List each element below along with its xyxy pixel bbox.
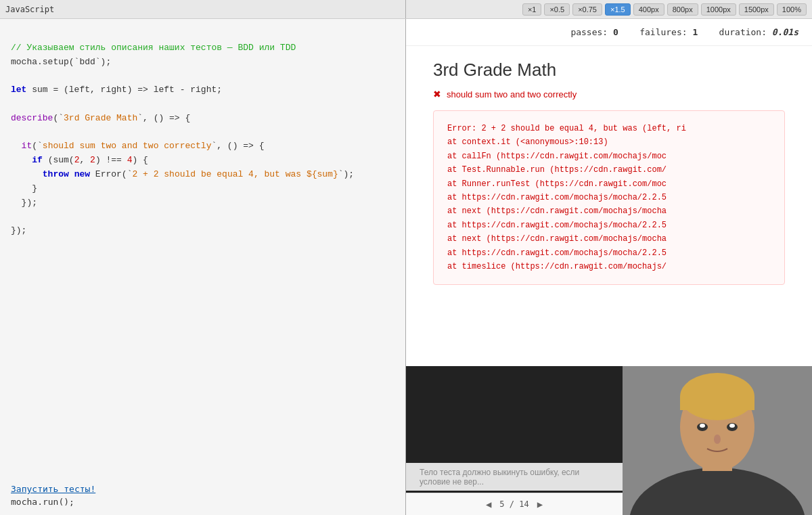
code-comment-1: // Указываем стиль описания наших тестов…: [11, 43, 296, 53]
code-line-4: let sum = (left, right) => left - right;: [11, 85, 222, 95]
test-case-label: should sum two and two correctly: [447, 89, 577, 99]
results-content: 3rd Grade Math ✖ should sum two and two …: [406, 46, 812, 366]
duration-label: duration:: [719, 27, 767, 37]
top-bar: JavaScript ×1 ×0.5 ×0.75 ×1.5 400px 800p…: [0, 0, 812, 19]
failures-label: failures:: [639, 27, 687, 37]
slide-total: 14: [519, 499, 528, 509]
zoom-controls: ×1 ×0.5 ×0.75 ×1.5 400px 800px 1000px 15…: [406, 0, 812, 18]
results-stats: passes: 0 failures: 1 duration: 0.01s: [406, 19, 812, 46]
hint-text: Тело теста должно выкинуть ошибку, если …: [420, 468, 579, 487]
results-panel: passes: 0 failures: 1 duration: 0.01s 3r…: [406, 19, 812, 515]
passes-count: 0: [613, 27, 618, 37]
code-line-10: throw new Error(`2 + 2 should be equal 4…: [11, 169, 354, 179]
zoom-100pct[interactable]: 100%: [777, 3, 807, 16]
error-line-8: at next (https://cdn.rawgit.com/mochajs/…: [447, 232, 771, 246]
nav-prev-button[interactable]: ◀: [486, 499, 491, 510]
error-line-1: at context.it (<anonymous>:10:13): [447, 135, 771, 149]
code-line-9: if (sum(2, 2) !== 4) {: [11, 155, 148, 165]
run-tests-link[interactable]: Запустить тесты!: [11, 484, 394, 494]
code-panel: // Указываем стиль описания наших тестов…: [0, 19, 406, 515]
slide-current: 5: [499, 499, 504, 509]
zoom-x15[interactable]: ×1.5: [605, 3, 631, 16]
hint-bar: Тело теста должно выкинуть ошибку, если …: [406, 463, 623, 491]
error-line-10: at timeslice (https://cdn.rawgit.com/moc…: [447, 260, 771, 273]
error-box: Error: 2 + 2 should be equal 4, but was …: [433, 110, 785, 285]
test-case: ✖ should sum two and two correctly: [433, 89, 785, 99]
code-line-8: it(`should sum two and two correctly`, (…: [11, 141, 264, 151]
code-line-14: });: [11, 225, 26, 236]
run-command: mocha.run();: [11, 497, 394, 507]
svg-rect-5: [680, 397, 754, 410]
zoom-800px[interactable]: 800px: [667, 3, 698, 16]
error-line-6: at next (https://cdn.rawgit.com/mochajs/…: [447, 204, 771, 218]
code-line-11: }: [11, 183, 37, 194]
code-editor[interactable]: // Указываем стиль описания наших тестов…: [0, 19, 405, 476]
error-line-5: at https://cdn.rawgit.com/mochajs/mocha/…: [447, 191, 771, 204]
svg-point-8: [700, 424, 705, 428]
zoom-x05[interactable]: ×0.5: [544, 3, 570, 16]
error-line-0: Error: 2 + 2 should be equal 4, but was …: [447, 122, 771, 135]
language-name: JavaScript: [5, 5, 54, 14]
video-area: Тело теста должно выкинуть ошибку, если …: [406, 366, 812, 515]
duration-value: 0.01s: [772, 27, 798, 37]
error-line-7: at https://cdn.rawgit.com/mochajs/mocha/…: [447, 219, 771, 232]
error-line-3: at Test.Runnable.run (https://cdn.rawgit…: [447, 163, 771, 177]
zoom-400px[interactable]: 400px: [633, 3, 664, 16]
error-line-2: at callFn (https://cdn.rawgit.com/mochaj…: [447, 150, 771, 163]
bottom-nav: ◀ 5 / 14 ▶: [406, 493, 623, 515]
zoom-1000px[interactable]: 1000px: [701, 3, 736, 16]
person-svg: [623, 366, 812, 515]
zoom-x075[interactable]: ×0.75: [572, 3, 602, 16]
slide-counter: 5 / 14: [499, 499, 528, 509]
suite-title: 3rd Grade Math: [433, 60, 785, 81]
code-line-12: });: [11, 198, 37, 208]
svg-point-9: [729, 424, 735, 428]
error-line-9: at https://cdn.rawgit.com/mochajs/mocha/…: [447, 246, 771, 260]
language-label: JavaScript: [0, 0, 406, 18]
failures-count: 1: [692, 27, 698, 37]
code-line-6: describe(`3rd Grade Math`, () => {: [11, 113, 190, 123]
main-content: // Указываем стиль описания наших тестов…: [0, 19, 812, 515]
svg-point-10: [714, 434, 721, 444]
code-line-2: mocha.setup(`bdd`);: [11, 57, 111, 67]
passes-label: passes:: [570, 27, 608, 37]
test-failure-icon: ✖: [433, 89, 441, 99]
zoom-x1[interactable]: ×1: [522, 3, 542, 16]
nav-next-button[interactable]: ▶: [537, 499, 543, 510]
zoom-1500px[interactable]: 1500px: [739, 3, 774, 16]
run-tests-section: Запустить тесты! mocha.run();: [0, 476, 405, 515]
error-line-4: at Runner.runTest (https://cdn.rawgit.co…: [447, 177, 771, 191]
